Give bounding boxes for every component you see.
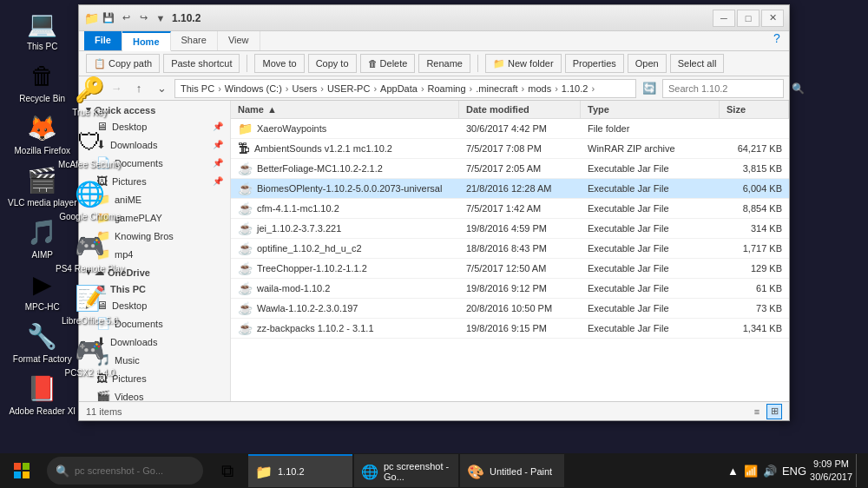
close-button[interactable]: ✕ xyxy=(761,10,784,27)
tab-share[interactable]: Share xyxy=(171,31,218,50)
help-button[interactable]: ? xyxy=(770,31,784,45)
taskbar-search-input[interactable] xyxy=(75,465,194,476)
file-name-cell: ☕ jei_1.10.2-3.7.3.221 xyxy=(231,219,459,238)
sidebar-item-videos[interactable]: 🎬 Videos xyxy=(79,387,230,401)
table-row[interactable]: 📁 XaeroWaypoints 30/6/2017 4:42 PM File … xyxy=(231,119,789,139)
up-button[interactable]: ↑ xyxy=(129,79,148,98)
taskbar-clock[interactable]: 9:09 PM 30/6/2017 xyxy=(810,458,852,485)
file-date-cell: 20/8/2016 10:50 PM xyxy=(459,299,581,318)
file-name: cfm-4.1.1-mc1.10.2 xyxy=(257,203,339,214)
header-size[interactable]: Size xyxy=(720,101,789,118)
pinned-chrome[interactable]: 🌐 pc screenshot - Go... xyxy=(354,454,458,487)
address-bar: ← → ↑ ⌄ This PC › Windows (C:) › Users ›… xyxy=(79,76,789,101)
paste-shortcut-btn[interactable]: Paste shortcut xyxy=(163,54,240,73)
file-type-cell: File folder xyxy=(581,119,720,138)
taskbar-apps: ⧉ xyxy=(210,453,245,488)
taskbar-search-icon: 🔍 xyxy=(56,465,69,478)
down-qa-btn[interactable]: ▼ xyxy=(153,10,168,26)
file-size-cell: 64,217 KB xyxy=(720,139,789,158)
maximize-button[interactable]: □ xyxy=(737,10,760,27)
view-icons: ≡ ⊞ xyxy=(749,404,782,419)
refresh-button[interactable]: 🔄 xyxy=(640,79,659,98)
chrome-icon-img: 🌐 xyxy=(74,178,105,209)
ribbon-sep-1 xyxy=(247,55,247,72)
svg-rect-3 xyxy=(23,472,30,478)
large-icons-view-btn[interactable]: ⊞ xyxy=(766,404,782,419)
show-desktop-btn[interactable] xyxy=(856,454,861,487)
file-name-cell: ☕ cfm-4.1.1-mc1.10.2 xyxy=(231,199,459,218)
file-name: TreeChopper-1.10.2-1.1.2 xyxy=(257,263,367,274)
chrome-taskbar-label: pc screenshot - Go... xyxy=(384,461,451,482)
volume-icon[interactable]: 🔊 xyxy=(763,465,777,478)
pinned-explorer[interactable]: 📁 1.10.2 xyxy=(248,454,352,487)
file-type-cell: Executable Jar File xyxy=(581,179,720,198)
file-type-icon: ☕ xyxy=(238,281,253,295)
taskbar-right: ▲ 📶 🔊 ENG 9:09 PM 30/6/2017 xyxy=(727,454,868,487)
file-type-cell: Executable Jar File xyxy=(581,199,720,218)
path-windows-c: Windows (C:) xyxy=(225,83,282,94)
desktop-icon-ps4remote[interactable]: 🎮 PS4 Remote Play xyxy=(52,227,128,277)
properties-btn[interactable]: Properties xyxy=(565,54,624,73)
file-type-icon: 📁 xyxy=(238,122,253,135)
taskbar-date-value: 30/6/2017 xyxy=(810,471,852,484)
start-button[interactable] xyxy=(0,453,43,488)
copy-to-btn[interactable]: Copy to xyxy=(308,54,357,73)
path-roaming: Roaming xyxy=(428,83,466,94)
header-name[interactable]: Name ▲ xyxy=(231,101,459,118)
tray-arrow[interactable]: ▲ xyxy=(727,465,739,478)
open-btn[interactable]: Open xyxy=(628,54,667,73)
file-size-cell: 6,004 KB xyxy=(720,179,789,198)
task-view-button[interactable]: ⧉ xyxy=(210,453,245,488)
path-minecraft: .minecraft xyxy=(476,83,517,94)
table-row[interactable]: ☕ BetterFoliage-MC1.10.2-2.1.2 7/5/2017 … xyxy=(231,159,789,179)
taskbar-search-box[interactable]: 🔍 xyxy=(47,457,203,485)
move-to-btn[interactable]: Move to xyxy=(254,54,304,73)
table-row[interactable]: ☕ BiomesOPlenty-1.10.2-5.0.0.2073-univer… xyxy=(231,179,789,199)
desktop-icon-libreoffice[interactable]: 📝 LibreOffice 5.0 xyxy=(52,279,128,329)
tab-home[interactable]: Home xyxy=(122,31,171,51)
ps4remote-label: PS4 Remote Play xyxy=(56,264,124,274)
desktop-icon-pcsx2[interactable]: 🎮 PCSX2 1.4.0 xyxy=(52,331,128,381)
path-mods: mods xyxy=(528,83,551,94)
file-type-icon: ☕ xyxy=(238,221,253,235)
file-type-cell: Executable Jar File xyxy=(581,319,720,338)
chrome-taskbar-icon: 🌐 xyxy=(361,464,378,480)
file-name-cell: 📁 XaeroWaypoints xyxy=(231,119,459,138)
pinned-paint[interactable]: 🎨 Untitled - Paint xyxy=(460,454,564,487)
file-type-cell: Executable Jar File xyxy=(581,299,720,318)
select-all-btn[interactable]: Select all xyxy=(670,54,725,73)
table-row[interactable]: 🗜 AmbientSounds v1.2.1 mc1.10.2 7/5/2017… xyxy=(231,139,789,159)
minimize-button[interactable]: ─ xyxy=(713,10,735,27)
file-size-cell: 73 KB xyxy=(720,299,789,318)
file-name: optifine_1.10.2_hd_u_c2 xyxy=(257,243,362,254)
file-type-cell: Executable Jar File xyxy=(581,259,720,278)
header-type[interactable]: Type xyxy=(581,101,720,118)
tab-view[interactable]: View xyxy=(218,31,260,50)
details-view-btn[interactable]: ≡ xyxy=(749,404,765,419)
header-date[interactable]: Date modified xyxy=(459,101,581,118)
table-row[interactable]: ☕ waila-mod-1.10.2 19/8/2016 9:12 PM Exe… xyxy=(231,279,789,299)
table-row[interactable]: ☕ cfm-4.1.1-mc1.10.2 7/5/2017 1:42 AM Ex… xyxy=(231,199,789,219)
desktop-icon-truekey[interactable]: 🔑 True Key xyxy=(52,70,128,121)
desktop-icon-chrome[interactable]: 🌐 Google Chrome xyxy=(52,175,128,225)
table-row[interactable]: ☕ optifine_1.10.2_hd_u_c2 18/8/2016 8:43… xyxy=(231,239,789,259)
table-row[interactable]: ☕ zz-backpacks 1.10.2 - 3.1.1 19/8/2016 … xyxy=(231,319,789,339)
svg-rect-0 xyxy=(14,463,21,470)
delete-btn[interactable]: 🗑 Delete xyxy=(360,54,416,73)
recent-locations-button[interactable]: ⌄ xyxy=(152,79,171,98)
new-folder-btn[interactable]: 📁 New folder xyxy=(485,54,562,73)
main-area: ▾ Quick access 🖥 Desktop 📌 ⬇ Downloads 📌… xyxy=(79,101,789,401)
search-input[interactable] xyxy=(668,83,788,94)
desktop-icon-mcafee[interactable]: 🛡 McAfee Security xyxy=(52,122,128,173)
paint-taskbar-icon: 🎨 xyxy=(467,464,484,480)
rename-btn[interactable]: Rename xyxy=(418,54,470,73)
pin-icon: 📌 xyxy=(213,122,223,131)
table-row[interactable]: ☕ jei_1.10.2-3.7.3.221 19/8/2016 4:59 PM… xyxy=(231,219,789,239)
truekey-icon-img: 🔑 xyxy=(74,74,105,105)
table-row[interactable]: ☕ Wawla-1.10.2-2.3.0.197 20/8/2016 10:50… xyxy=(231,299,789,319)
table-row[interactable]: ☕ TreeChopper-1.10.2-1.1.2 7/5/2017 12:5… xyxy=(231,259,789,279)
address-path[interactable]: This PC › Windows (C:) › Users › USER-PC… xyxy=(174,79,636,98)
redo-qa-btn[interactable]: ↪ xyxy=(135,10,151,26)
file-name: BetterFoliage-MC1.10.2-2.1.2 xyxy=(257,163,383,174)
file-name: Wawla-1.10.2-2.3.0.197 xyxy=(257,303,358,313)
